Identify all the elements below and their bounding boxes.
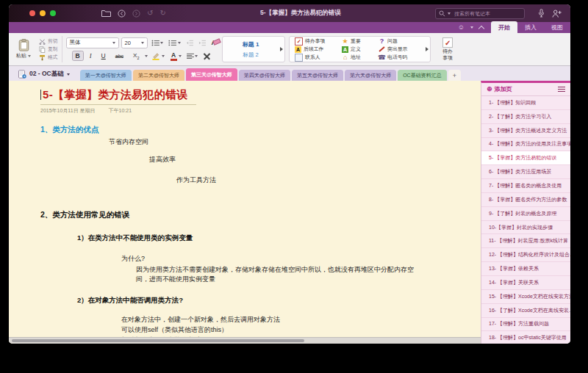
page-list-view-icon[interactable]	[558, 87, 565, 93]
tag-button[interactable]: 后续工作	[295, 46, 342, 53]
paragraph-alignment-button[interactable]	[185, 52, 200, 60]
format-painter-button[interactable]: 格式	[39, 54, 58, 61]
note-text-line[interactable]: 2、类方法使用常见的错误	[40, 210, 481, 220]
highlight-color-button[interactable]	[150, 51, 166, 61]
page-list-item[interactable]: 9- 【了解】封装的概念及原理	[481, 207, 570, 221]
tag-button[interactable]: 突出显示	[379, 46, 423, 53]
todo-tag-button[interactable]: ✓ 待办 事项	[434, 35, 461, 64]
paste-dropdown-icon[interactable]	[28, 55, 31, 57]
page-list-item[interactable]: 4- 【理解】类方法的使用及注意事项	[481, 138, 570, 152]
note-text-line[interactable]: 1、类方法的优点	[40, 125, 481, 135]
section-tab[interactable]: 第五天@传智大师	[292, 70, 343, 81]
microphone-icon[interactable]	[538, 9, 545, 18]
feedback-smiley-icon[interactable]: ☺	[458, 24, 465, 31]
font-family-select[interactable]: 黑体	[66, 37, 119, 48]
section-tab[interactable]: 第一天@传智大师	[80, 70, 132, 81]
bold-button[interactable]: B	[72, 51, 84, 61]
minimize-window-button[interactable]	[40, 10, 46, 16]
horizontal-scrollbar-thumb[interactable]	[12, 339, 304, 343]
italic-button[interactable]: I	[86, 51, 96, 61]
share-add-person-icon[interactable]	[552, 10, 562, 18]
page-list-item[interactable]: 2- 【了解】类方法学习引入	[481, 110, 570, 124]
page-list-item[interactable]: 11- 【理解】封装应用:股票k线计算	[481, 234, 570, 248]
note-text-line[interactable]: 在对象方法中，创建一个新对象，然后去调用对象方法	[40, 315, 481, 325]
page-list-item[interactable]: 12- 【理解】结构化程序设计及组合...	[481, 248, 570, 262]
tag-button[interactable]: 问题	[379, 37, 423, 45]
search-box[interactable]	[435, 8, 525, 19]
collapse-ribbon-icon[interactable]	[478, 25, 484, 31]
note-text-line[interactable]: 因为使用类方法不需要创建对象，存储对象存储在堆空间中所以，也就没有再堆区中分配内…	[40, 265, 481, 275]
ribbon-tab[interactable]: 插入	[517, 21, 544, 33]
page-list-item[interactable]: 1- 【理解】知识回顾	[481, 96, 570, 110]
subscript-button[interactable]: X2	[129, 51, 143, 62]
note-text-line[interactable]: 间，进而不能使用实例变量	[40, 275, 481, 284]
redo-icon[interactable]: ↻	[159, 10, 165, 17]
page-list-item[interactable]: 16- 【了解】Xcode文档在离线安装...	[481, 304, 570, 318]
clear-formatting-button[interactable]: A	[209, 39, 219, 46]
tag-button[interactable]: 重要	[342, 37, 379, 45]
add-page-button[interactable]: ⊕ 添加页	[487, 85, 512, 93]
font-color-dropdown-icon[interactable]	[179, 55, 182, 57]
tag-button[interactable]: 联系人	[295, 54, 342, 62]
section-tab[interactable]: 第六天@传智大师	[345, 70, 396, 81]
page-canvas[interactable]: 5-【掌握】类方法易犯的错误 2015年10月11日 星期日 下午10:21 1…	[9, 81, 481, 344]
highlight-color-dropdown-icon[interactable]	[162, 55, 165, 57]
page-list-item[interactable]: 18- 【理解】oc中static关键字使用	[481, 331, 570, 344]
page-title[interactable]: 5-【掌握】类方法易犯的错误	[43, 88, 188, 101]
note-text-line[interactable]: 2）在对象方法中能否调用类方法?	[40, 296, 481, 305]
horizontal-scrollbar[interactable]	[9, 337, 481, 344]
undo-icon[interactable]: ↺	[147, 10, 153, 17]
tag-button[interactable]: 定义	[342, 46, 379, 53]
numbered-list-dropdown-icon[interactable]	[178, 42, 181, 44]
underline-button[interactable]: U	[98, 51, 110, 61]
style-heading1-button[interactable]: 标题 1	[243, 40, 259, 48]
section-tab[interactable]: 第二天@传智大师	[133, 70, 184, 81]
paste-button[interactable]: 粘贴	[12, 35, 35, 64]
ribbon-tab[interactable]: 视图	[544, 21, 570, 33]
page-list-item[interactable]: 14- 【掌握】关联关系	[481, 276, 570, 290]
note-text-line[interactable]: 可以使用self（类似其他语言的this）	[40, 325, 481, 335]
tags-expand-icon[interactable]	[426, 47, 429, 51]
tag-button[interactable]: 地址	[342, 54, 379, 61]
page-list-item[interactable]: 3- 【理解】类方法概述及定义方法	[481, 124, 570, 138]
open-notebook-folder-icon[interactable]	[101, 10, 111, 17]
tag-button[interactable]: 电话号码	[379, 54, 423, 61]
decrease-indent-button[interactable]	[184, 39, 195, 47]
numbered-list-button[interactable]	[167, 39, 182, 47]
cut-button[interactable]: 剪切	[39, 37, 58, 45]
note-text-line[interactable]: 节省内存空间	[40, 137, 481, 147]
note-text-line[interactable]: 为什么?	[40, 254, 481, 264]
close-window-button[interactable]	[29, 10, 35, 16]
forward-navigation-icon[interactable]	[132, 10, 140, 18]
style-heading2-button[interactable]: 标题 2	[243, 51, 258, 59]
delete-x-button[interactable]	[204, 53, 210, 59]
font-size-select[interactable]: 20	[121, 37, 148, 48]
smiley-dropdown-icon[interactable]	[470, 26, 473, 29]
styles-expand-icon[interactable]	[280, 47, 283, 51]
back-navigation-icon[interactable]	[118, 10, 126, 18]
subscript-dropdown-icon[interactable]	[145, 55, 148, 57]
page-list-item[interactable]: 10-【掌握】封装的实现步骤	[481, 221, 570, 235]
note-text-line[interactable]: 提高效率	[40, 155, 481, 164]
page-list-item[interactable]: 6- 【理解】类方法应用场景	[481, 165, 570, 179]
page-list-item[interactable]: 17- 【理解】方法重载问题	[481, 318, 570, 332]
section-tab[interactable]: OC基础资料汇总	[398, 70, 447, 81]
section-tab[interactable]: 第三天@传智大师	[186, 68, 237, 81]
page-list-item[interactable]: 5- 【掌握】类方法易犯的错误	[481, 151, 570, 165]
alignment-dropdown-icon[interactable]	[195, 55, 198, 57]
page-list-item[interactable]: 13- 【掌握】依赖关系	[481, 262, 570, 276]
bullet-list-dropdown-icon[interactable]	[160, 42, 163, 44]
add-section-button[interactable]: +	[448, 70, 461, 81]
search-input[interactable]	[453, 10, 521, 17]
ribbon-tab[interactable]: 开始	[491, 21, 517, 33]
increase-indent-button[interactable]	[197, 39, 207, 47]
font-color-button[interactable]: A	[168, 51, 183, 62]
copy-button[interactable]: 复制	[39, 46, 58, 53]
search-scope-dropdown-icon[interactable]	[448, 12, 451, 15]
bullet-list-button[interactable]	[150, 39, 165, 47]
zoom-window-button[interactable]	[50, 10, 56, 16]
section-tab[interactable]: 第四天@传智大师	[239, 70, 290, 81]
strikethrough-button[interactable]: abc	[112, 52, 127, 60]
note-text-line[interactable]: 1）在类方法中不能使用类的实例变量	[40, 233, 481, 243]
note-text-line[interactable]: 作为工具方法	[40, 175, 481, 185]
